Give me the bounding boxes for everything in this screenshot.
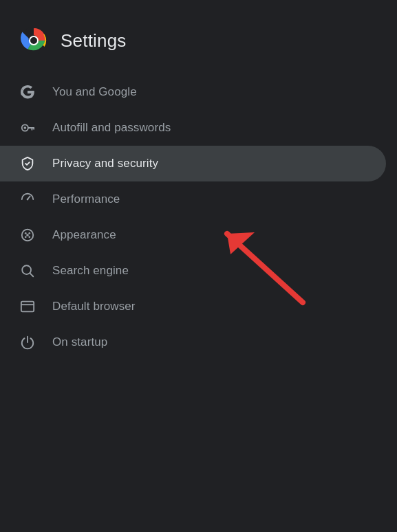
search-icon xyxy=(19,263,36,279)
palette-icon xyxy=(19,227,36,243)
svg-point-5 xyxy=(24,126,27,129)
svg-point-15 xyxy=(28,236,30,238)
sidebar-item-performance[interactable]: Performance xyxy=(0,181,386,217)
power-icon xyxy=(19,334,36,351)
sidebar-item-label: Search engine xyxy=(52,264,129,278)
sidebar-item-label: On startup xyxy=(52,335,107,349)
svg-point-16 xyxy=(26,234,29,236)
sidebar-item-autofill[interactable]: Autofill and passwords xyxy=(0,110,386,146)
sidebar: Settings You and Google xyxy=(0,0,397,374)
sidebar-item-appearance[interactable]: Appearance xyxy=(0,217,386,253)
sidebar-item-label: Autofill and passwords xyxy=(52,121,171,135)
chrome-logo-icon xyxy=(19,26,48,55)
nav-list: You and Google Autofill and passwords xyxy=(0,74,397,360)
speedometer-icon xyxy=(19,191,36,208)
svg-point-12 xyxy=(25,232,27,234)
svg-point-3 xyxy=(30,37,37,44)
sidebar-item-you-and-google[interactable]: You and Google xyxy=(0,74,386,110)
svg-point-10 xyxy=(27,199,29,201)
page-title: Settings xyxy=(61,30,127,52)
browser-icon xyxy=(19,298,36,315)
sidebar-item-label: Privacy and security xyxy=(52,157,158,170)
sidebar-item-label: You and Google xyxy=(52,85,137,99)
sidebar-item-on-startup[interactable]: On startup xyxy=(0,324,386,360)
sidebar-item-label: Appearance xyxy=(52,228,116,242)
sidebar-item-privacy[interactable]: Privacy and security xyxy=(0,146,386,181)
svg-point-13 xyxy=(28,232,30,234)
sidebar-item-default-browser[interactable]: Default browser xyxy=(0,289,386,324)
google-g-icon xyxy=(19,84,36,100)
svg-point-14 xyxy=(25,236,27,238)
key-icon xyxy=(19,120,36,136)
svg-line-18 xyxy=(30,274,34,277)
svg-rect-19 xyxy=(21,302,34,312)
sidebar-item-search-engine[interactable]: Search engine xyxy=(0,253,386,289)
shield-icon xyxy=(19,155,36,172)
sidebar-item-label: Performance xyxy=(52,192,120,206)
settings-header: Settings xyxy=(0,14,397,74)
sidebar-item-label: Default browser xyxy=(52,300,136,313)
